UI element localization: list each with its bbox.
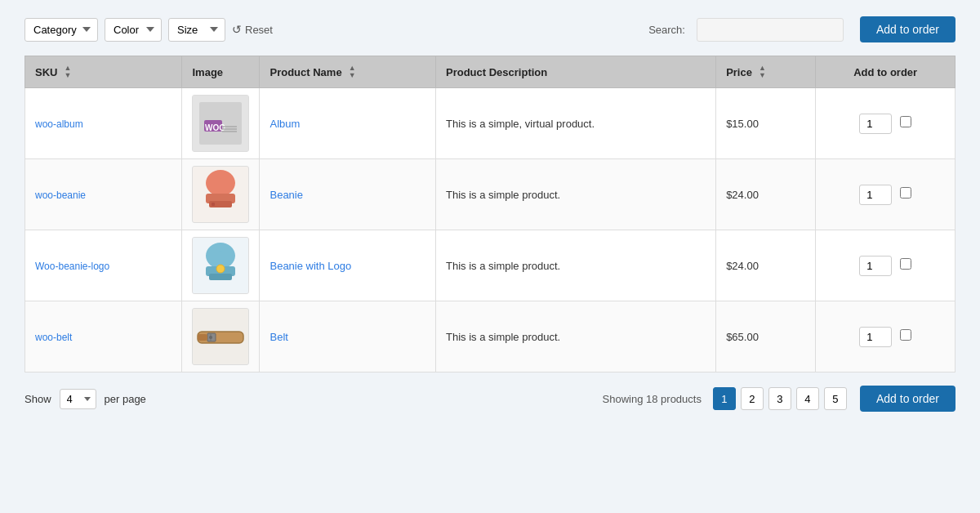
sku-link[interactable]: woo-beanie [35, 190, 86, 201]
table-footer: Show 4 8 12 16 20 per page Showing 18 pr… [24, 386, 956, 412]
product-name-cell: Beanie with Logo [260, 230, 436, 301]
table-body: woo-album WOO Album This is a simple, vi… [25, 88, 956, 372]
page-2-button[interactable]: 2 [741, 387, 764, 410]
per-page-label: per page [105, 393, 146, 405]
product-table: SKU ▲▼ Image Product Name ▲▼ Product Des… [24, 56, 956, 372]
product-name-link[interactable]: Beanie with Logo [270, 260, 351, 272]
table-row: woo-album WOO Album This is a simple, vi… [25, 88, 956, 159]
search-label: Search: [648, 24, 685, 36]
row-checkbox[interactable] [900, 116, 911, 127]
th-price: Price ▲▼ [716, 56, 816, 88]
svg-point-12 [216, 171, 225, 179]
description-cell: This is a simple product. [436, 230, 716, 301]
category-filter[interactable]: Category [24, 18, 98, 42]
page-4-button[interactable]: 4 [796, 387, 819, 410]
product-name-cell: Beanie [260, 159, 436, 230]
sku-sort-icon[interactable]: ▲▼ [64, 65, 71, 79]
product-image [192, 166, 249, 223]
th-sku: SKU ▲▼ [25, 56, 182, 88]
sku-link[interactable]: Woo-beanie-logo [35, 261, 109, 272]
add-to-order-cell [816, 88, 956, 159]
product-name-link[interactable]: Beanie [270, 189, 302, 201]
description-cell: This is a simple, virtual product. [436, 88, 716, 159]
page-1-button[interactable]: 1 [713, 387, 736, 410]
svg-rect-16 [209, 274, 232, 280]
quantity-input[interactable] [859, 327, 892, 347]
page-wrapper: Category Color Size ↺ Reset Search: Add … [0, 0, 980, 513]
th-image: Image [182, 56, 260, 88]
quantity-input[interactable] [859, 256, 892, 276]
reset-button[interactable]: ↺ Reset [232, 23, 273, 36]
show-label: Show [24, 393, 51, 405]
size-filter[interactable]: Size [168, 18, 225, 42]
description-text: This is a simple, virtual product. [446, 118, 595, 130]
product-name-link[interactable]: Album [270, 118, 300, 130]
sku-cell: Woo-beanie-logo [25, 230, 182, 301]
price-cell: $65.00 [716, 301, 816, 372]
quantity-input[interactable] [859, 114, 892, 134]
image-cell [182, 301, 260, 372]
add-to-order-cell [816, 301, 956, 372]
add-order-button-bottom[interactable]: Add to order [860, 386, 956, 412]
add-to-order-cell [816, 230, 956, 301]
sku-link[interactable]: woo-belt [35, 332, 72, 343]
add-order-button-top[interactable]: Add to order [860, 16, 956, 42]
table-row: woo-belt Belt This is a simple product. … [25, 301, 956, 372]
price-sort-icon[interactable]: ▲▼ [759, 65, 766, 79]
reset-label: Reset [245, 24, 273, 36]
price-text: $24.00 [726, 189, 759, 201]
row-checkbox[interactable] [900, 258, 911, 270]
showing-text: Showing 18 products [603, 393, 702, 405]
table-header: SKU ▲▼ Image Product Name ▲▼ Product Des… [25, 56, 956, 88]
row-checkbox[interactable] [900, 329, 911, 341]
price-text: $15.00 [726, 118, 759, 130]
th-description: Product Description [436, 56, 716, 88]
page-5-button[interactable]: 5 [824, 387, 847, 410]
row-checkbox[interactable] [900, 187, 911, 199]
description-cell: This is a simple product. [436, 301, 716, 372]
product-image [192, 237, 249, 294]
per-page-select[interactable]: 4 8 12 16 20 [60, 389, 96, 409]
sku-cell: woo-album [25, 88, 182, 159]
color-filter[interactable]: Color [105, 18, 162, 42]
image-cell [182, 159, 260, 230]
description-cell: This is a simple product. [436, 159, 716, 230]
page-3-button[interactable]: 3 [768, 387, 791, 410]
price-cell: $15.00 [716, 88, 816, 159]
product-image [192, 308, 249, 365]
svg-point-18 [216, 243, 225, 252]
quantity-input[interactable] [859, 185, 892, 205]
name-sort-icon[interactable]: ▲▼ [349, 65, 356, 79]
svg-point-24 [209, 336, 212, 339]
toolbar: Category Color Size ↺ Reset Search: Add … [24, 16, 956, 42]
sku-cell: woo-belt [25, 301, 182, 372]
image-cell: WOO [182, 88, 260, 159]
product-name-link[interactable]: Belt [270, 331, 287, 343]
price-cell: $24.00 [716, 230, 816, 301]
product-name-cell: Album [260, 88, 436, 159]
product-image: WOO [192, 95, 249, 152]
description-text: This is a simple product. [446, 189, 560, 201]
price-text: $65.00 [726, 331, 759, 343]
price-cell: $24.00 [716, 159, 816, 230]
svg-rect-25 [198, 334, 207, 341]
table-row: Woo-beanie-logo Beanie with Logo This is… [25, 230, 956, 301]
description-text: This is a simple product. [446, 331, 560, 343]
sku-link[interactable]: woo-album [35, 118, 83, 130]
pagination-area: Showing 18 products 1 2 3 4 5 Add to ord… [603, 386, 956, 412]
th-product-name: Product Name ▲▼ [260, 56, 436, 88]
sku-cell: woo-beanie [25, 159, 182, 230]
th-add-order: Add to order [816, 56, 956, 88]
table-row: woo-beanie Beanie This is a simple produ… [25, 159, 956, 230]
product-name-cell: Belt [260, 301, 436, 372]
price-text: $24.00 [726, 260, 759, 272]
reset-icon: ↺ [232, 23, 242, 36]
add-to-order-cell [816, 159, 956, 230]
description-text: This is a simple product. [446, 260, 560, 272]
svg-rect-11 [212, 203, 215, 206]
search-input[interactable] [697, 18, 844, 42]
image-cell [182, 230, 260, 301]
svg-point-17 [216, 265, 225, 273]
